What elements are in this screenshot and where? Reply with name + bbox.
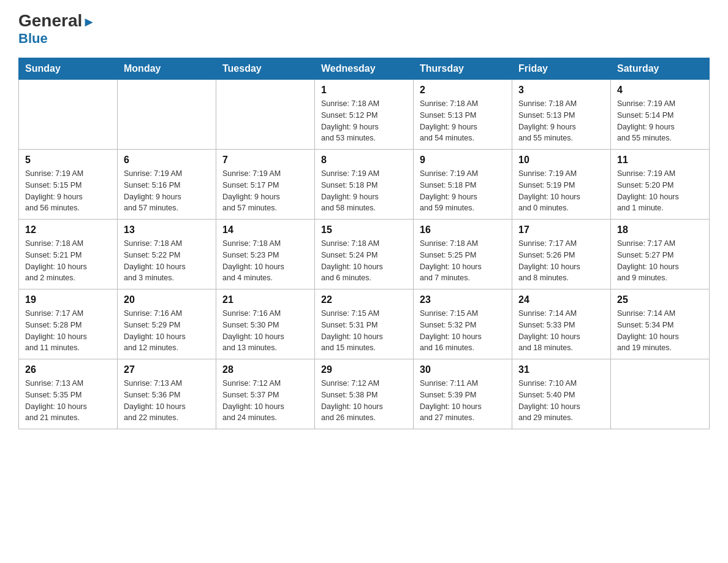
weekday-header-row: SundayMondayTuesdayWednesdayThursdayFrid… bbox=[19, 58, 710, 80]
calendar-cell: 25Sunrise: 7:14 AM Sunset: 5:34 PM Dayli… bbox=[611, 289, 710, 359]
week-row-4: 19Sunrise: 7:17 AM Sunset: 5:28 PM Dayli… bbox=[19, 289, 710, 359]
day-number: 11 bbox=[617, 155, 703, 166]
calendar-cell: 16Sunrise: 7:18 AM Sunset: 5:25 PM Dayli… bbox=[414, 220, 512, 289]
day-info: Sunrise: 7:19 AM Sunset: 5:14 PM Dayligh… bbox=[617, 98, 703, 144]
day-number: 6 bbox=[124, 155, 210, 166]
calendar-cell: 14Sunrise: 7:18 AM Sunset: 5:23 PM Dayli… bbox=[216, 220, 315, 289]
day-number: 9 bbox=[420, 155, 506, 166]
day-number: 12 bbox=[25, 224, 111, 236]
day-info: Sunrise: 7:18 AM Sunset: 5:21 PM Dayligh… bbox=[25, 238, 111, 284]
day-number: 10 bbox=[518, 155, 604, 166]
day-info: Sunrise: 7:18 AM Sunset: 5:25 PM Dayligh… bbox=[420, 238, 506, 284]
day-number: 27 bbox=[124, 364, 210, 375]
day-number: 8 bbox=[321, 155, 407, 166]
day-info: Sunrise: 7:18 AM Sunset: 5:13 PM Dayligh… bbox=[420, 98, 506, 144]
weekday-header-friday: Friday bbox=[512, 58, 611, 80]
weekday-header-tuesday: Tuesday bbox=[216, 58, 315, 80]
calendar-cell bbox=[611, 359, 710, 429]
day-info: Sunrise: 7:19 AM Sunset: 5:20 PM Dayligh… bbox=[617, 168, 703, 214]
day-info: Sunrise: 7:13 AM Sunset: 5:35 PM Dayligh… bbox=[25, 378, 111, 424]
day-number: 23 bbox=[420, 294, 506, 305]
week-row-5: 26Sunrise: 7:13 AM Sunset: 5:35 PM Dayli… bbox=[19, 359, 710, 429]
day-info: Sunrise: 7:18 AM Sunset: 5:22 PM Dayligh… bbox=[124, 238, 210, 284]
day-number: 13 bbox=[124, 224, 210, 236]
day-number: 28 bbox=[222, 364, 308, 375]
day-info: Sunrise: 7:12 AM Sunset: 5:37 PM Dayligh… bbox=[222, 378, 308, 424]
day-number: 2 bbox=[420, 85, 506, 96]
day-number: 25 bbox=[617, 294, 703, 305]
calendar-cell: 29Sunrise: 7:12 AM Sunset: 5:38 PM Dayli… bbox=[315, 359, 414, 429]
calendar-cell: 30Sunrise: 7:11 AM Sunset: 5:39 PM Dayli… bbox=[414, 359, 512, 429]
day-info: Sunrise: 7:10 AM Sunset: 5:40 PM Dayligh… bbox=[518, 378, 604, 424]
calendar-cell: 9Sunrise: 7:19 AM Sunset: 5:18 PM Daylig… bbox=[414, 150, 512, 220]
day-info: Sunrise: 7:13 AM Sunset: 5:36 PM Dayligh… bbox=[124, 378, 210, 424]
day-info: Sunrise: 7:17 AM Sunset: 5:28 PM Dayligh… bbox=[25, 308, 111, 354]
day-number: 29 bbox=[321, 364, 407, 375]
calendar-cell: 22Sunrise: 7:15 AM Sunset: 5:31 PM Dayli… bbox=[315, 289, 414, 359]
calendar-cell bbox=[118, 80, 216, 150]
day-number: 5 bbox=[25, 155, 111, 166]
calendar-cell: 10Sunrise: 7:19 AM Sunset: 5:19 PM Dayli… bbox=[512, 150, 611, 220]
weekday-header-sunday: Sunday bbox=[19, 58, 118, 80]
calendar-cell: 20Sunrise: 7:16 AM Sunset: 5:29 PM Dayli… bbox=[118, 289, 216, 359]
logo-arrow: ► bbox=[82, 15, 96, 29]
day-info: Sunrise: 7:19 AM Sunset: 5:15 PM Dayligh… bbox=[25, 168, 111, 214]
day-info: Sunrise: 7:16 AM Sunset: 5:30 PM Dayligh… bbox=[222, 308, 308, 354]
day-info: Sunrise: 7:17 AM Sunset: 5:27 PM Dayligh… bbox=[617, 238, 703, 284]
day-info: Sunrise: 7:19 AM Sunset: 5:16 PM Dayligh… bbox=[124, 168, 210, 214]
day-info: Sunrise: 7:19 AM Sunset: 5:18 PM Dayligh… bbox=[420, 168, 506, 214]
day-number: 31 bbox=[518, 364, 604, 375]
week-row-2: 5Sunrise: 7:19 AM Sunset: 5:15 PM Daylig… bbox=[19, 150, 710, 220]
calendar-cell: 21Sunrise: 7:16 AM Sunset: 5:30 PM Dayli… bbox=[216, 289, 315, 359]
day-info: Sunrise: 7:18 AM Sunset: 5:24 PM Dayligh… bbox=[321, 238, 407, 284]
calendar-cell: 2Sunrise: 7:18 AM Sunset: 5:13 PM Daylig… bbox=[414, 80, 512, 150]
day-number: 24 bbox=[518, 294, 604, 305]
day-info: Sunrise: 7:11 AM Sunset: 5:39 PM Dayligh… bbox=[420, 378, 506, 424]
calendar-cell: 3Sunrise: 7:18 AM Sunset: 5:13 PM Daylig… bbox=[512, 80, 611, 150]
calendar-cell: 19Sunrise: 7:17 AM Sunset: 5:28 PM Dayli… bbox=[19, 289, 118, 359]
calendar-cell: 11Sunrise: 7:19 AM Sunset: 5:20 PM Dayli… bbox=[611, 150, 710, 220]
calendar-cell: 7Sunrise: 7:19 AM Sunset: 5:17 PM Daylig… bbox=[216, 150, 315, 220]
calendar-table: SundayMondayTuesdayWednesdayThursdayFrid… bbox=[18, 58, 710, 429]
calendar-cell: 18Sunrise: 7:17 AM Sunset: 5:27 PM Dayli… bbox=[611, 220, 710, 289]
day-info: Sunrise: 7:19 AM Sunset: 5:17 PM Dayligh… bbox=[222, 168, 308, 214]
day-info: Sunrise: 7:15 AM Sunset: 5:31 PM Dayligh… bbox=[321, 308, 407, 354]
day-info: Sunrise: 7:14 AM Sunset: 5:34 PM Dayligh… bbox=[617, 308, 703, 354]
calendar-cell: 24Sunrise: 7:14 AM Sunset: 5:33 PM Dayli… bbox=[512, 289, 611, 359]
calendar-cell: 23Sunrise: 7:15 AM Sunset: 5:32 PM Dayli… bbox=[414, 289, 512, 359]
day-info: Sunrise: 7:14 AM Sunset: 5:33 PM Dayligh… bbox=[518, 308, 604, 354]
logo: General► Blue bbox=[18, 12, 96, 47]
logo-blue: Blue bbox=[18, 31, 48, 47]
calendar-cell: 8Sunrise: 7:19 AM Sunset: 5:18 PM Daylig… bbox=[315, 150, 414, 220]
calendar-cell: 31Sunrise: 7:10 AM Sunset: 5:40 PM Dayli… bbox=[512, 359, 611, 429]
day-info: Sunrise: 7:18 AM Sunset: 5:13 PM Dayligh… bbox=[518, 98, 604, 144]
calendar-cell: 12Sunrise: 7:18 AM Sunset: 5:21 PM Dayli… bbox=[19, 220, 118, 289]
weekday-header-thursday: Thursday bbox=[414, 58, 512, 80]
week-row-1: 1Sunrise: 7:18 AM Sunset: 5:12 PM Daylig… bbox=[19, 80, 710, 150]
weekday-header-monday: Monday bbox=[118, 58, 216, 80]
calendar-cell: 15Sunrise: 7:18 AM Sunset: 5:24 PM Dayli… bbox=[315, 220, 414, 289]
calendar-cell bbox=[216, 80, 315, 150]
week-row-3: 12Sunrise: 7:18 AM Sunset: 5:21 PM Dayli… bbox=[19, 220, 710, 289]
day-number: 3 bbox=[518, 85, 604, 96]
day-number: 19 bbox=[25, 294, 111, 305]
calendar-cell: 17Sunrise: 7:17 AM Sunset: 5:26 PM Dayli… bbox=[512, 220, 611, 289]
day-number: 17 bbox=[518, 224, 604, 236]
day-info: Sunrise: 7:19 AM Sunset: 5:19 PM Dayligh… bbox=[518, 168, 604, 214]
calendar-cell bbox=[19, 80, 118, 150]
day-number: 20 bbox=[124, 294, 210, 305]
day-number: 26 bbox=[25, 364, 111, 375]
page-header: General► Blue bbox=[18, 12, 710, 47]
day-info: Sunrise: 7:16 AM Sunset: 5:29 PM Dayligh… bbox=[124, 308, 210, 354]
weekday-header-saturday: Saturday bbox=[611, 58, 710, 80]
day-number: 22 bbox=[321, 294, 407, 305]
calendar-cell: 1Sunrise: 7:18 AM Sunset: 5:12 PM Daylig… bbox=[315, 80, 414, 150]
weekday-header-wednesday: Wednesday bbox=[315, 58, 414, 80]
day-number: 21 bbox=[222, 294, 308, 305]
calendar-cell: 4Sunrise: 7:19 AM Sunset: 5:14 PM Daylig… bbox=[611, 80, 710, 150]
day-number: 16 bbox=[420, 224, 506, 236]
day-info: Sunrise: 7:12 AM Sunset: 5:38 PM Dayligh… bbox=[321, 378, 407, 424]
day-number: 15 bbox=[321, 224, 407, 236]
day-number: 1 bbox=[321, 85, 407, 96]
logo-general: General► bbox=[18, 12, 96, 29]
